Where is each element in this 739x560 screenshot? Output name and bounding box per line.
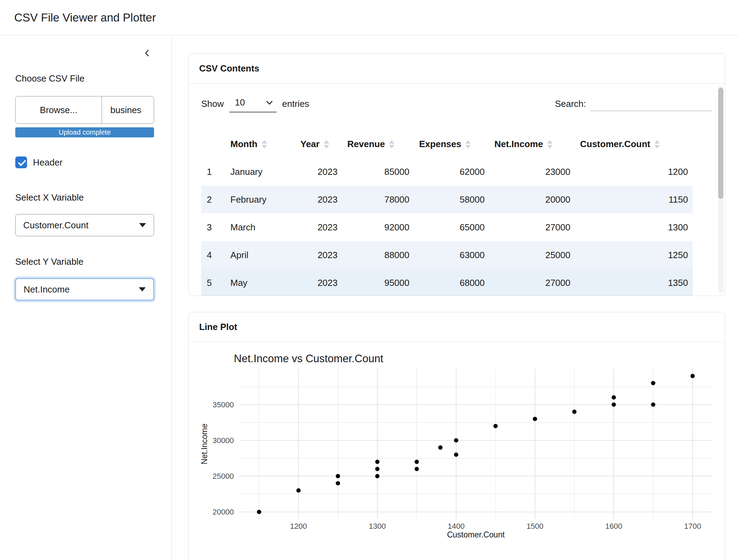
sort-icon[interactable] (262, 140, 267, 149)
file-name-field[interactable]: busines (102, 96, 154, 124)
upload-progress-bar: Upload complete (15, 127, 154, 137)
data-point (336, 481, 340, 485)
table-cell: 2023 (296, 213, 342, 241)
y-tick-label: 20000 (213, 508, 234, 516)
sort-icon[interactable] (389, 140, 394, 149)
data-point (612, 395, 616, 399)
sort-icon[interactable] (465, 140, 471, 149)
table-cell: 88000 (342, 241, 414, 269)
table-cell: 95000 (342, 269, 414, 296)
table-row[interactable]: 1January20238500062000230001200 (201, 158, 693, 186)
sort-icon[interactable] (547, 140, 553, 149)
header-checkbox-label: Header (33, 157, 62, 168)
data-point (296, 488, 300, 492)
data-point (651, 402, 655, 407)
column-label: Revenue (347, 139, 385, 150)
y-select-label: Select Y Variable (15, 256, 84, 267)
x-tick-label: 1200 (290, 522, 307, 531)
table-cell: 2023 (296, 241, 342, 269)
chevron-down-icon (139, 223, 146, 227)
csv-card-title: CSV Contents (189, 54, 725, 84)
data-point (651, 381, 655, 385)
chevron-down-icon (139, 287, 146, 291)
header-checkbox-row[interactable]: Header (15, 156, 62, 168)
csv-table-header-row: MonthYearRevenueExpensesNet.IncomeCustom… (201, 130, 693, 158)
table-cell: 25000 (490, 241, 575, 269)
table-cell: 20000 (490, 186, 575, 213)
sort-icon[interactable] (324, 140, 329, 149)
plot-card-title: Line Plot (189, 312, 725, 342)
scrollbar-thumb[interactable] (718, 88, 723, 199)
data-point (257, 510, 261, 514)
column-header-net-income[interactable]: Net.Income (490, 130, 575, 158)
column-header-month[interactable]: Month (226, 130, 296, 158)
y-variable-select[interactable]: Net.Income (15, 278, 154, 300)
sidebar-collapse-button[interactable]: ‹ (138, 43, 156, 61)
entries-label: entries (282, 99, 309, 109)
data-point (454, 452, 458, 457)
line-plot-card: Line Plot 200002500030000350001200130014… (188, 312, 725, 560)
table-cell: 1350 (575, 269, 693, 296)
table-cell: 68000 (414, 269, 490, 296)
search-input[interactable] (590, 96, 712, 111)
table-cell: May (226, 269, 296, 296)
y-axis-title: Net.Income (200, 424, 209, 465)
data-point (533, 417, 537, 421)
row-index-cell: 4 (201, 241, 226, 269)
table-cell: 65000 (414, 213, 490, 241)
table-cell: 85000 (342, 158, 414, 186)
table-cell: April (226, 241, 296, 269)
csv-table: MonthYearRevenueExpensesNet.IncomeCustom… (201, 130, 693, 296)
column-header-year[interactable]: Year (296, 130, 342, 158)
table-cell: 2023 (296, 186, 342, 213)
column-header-customer-count[interactable]: Customer.Count (575, 130, 693, 158)
sort-icon[interactable] (654, 140, 660, 149)
page-length-control: Show 10 entries (201, 95, 309, 112)
show-label: Show (201, 99, 224, 109)
csv-table-body: 1January202385000620002300012002February… (201, 158, 693, 296)
table-cell: 27000 (490, 213, 575, 241)
header-checkbox[interactable] (15, 156, 27, 168)
table-row[interactable]: 2February20237800058000200001150 (201, 186, 693, 213)
column-header-row-index[interactable] (201, 130, 226, 158)
table-cell: 92000 (342, 213, 414, 241)
x-tick-label: 1500 (526, 522, 543, 531)
table-cell: 1150 (575, 186, 693, 213)
y-tick-label: 25000 (213, 472, 234, 481)
browse-button[interactable]: Browse... (16, 96, 102, 124)
table-row[interactable]: 3March20239200065000270001300 (201, 213, 693, 241)
x-tick-label: 1400 (448, 522, 465, 531)
row-index-cell: 1 (201, 158, 226, 186)
csv-contents-card: CSV Contents Show 10 entries Search: (188, 53, 725, 296)
data-point (375, 474, 379, 478)
column-label: Net.Income (494, 139, 543, 150)
chevron-left-icon: ‹ (144, 44, 150, 60)
table-row[interactable]: 5May20239500068000270001350 (201, 269, 693, 296)
table-cell: 1200 (575, 158, 693, 186)
column-label: Month (230, 139, 257, 150)
data-point (454, 438, 458, 442)
table-cell: February (226, 186, 296, 213)
sidebar: ‹ Choose CSV File Browse... busines Uplo… (0, 36, 172, 560)
x-select-label: Select X Variable (15, 192, 84, 203)
plot-title: Net.Income vs Customer.Count (234, 353, 383, 365)
y-tick-label: 30000 (213, 436, 234, 445)
data-point (375, 460, 379, 464)
page-length-select[interactable]: 10 (229, 95, 277, 112)
scrollbar[interactable] (718, 86, 723, 293)
page-length-value: 10 (235, 97, 245, 108)
x-tick-label: 1600 (605, 522, 622, 531)
column-label: Customer.Count (580, 139, 650, 150)
scatter-plot: 2000025000300003500012001300140015001600… (189, 342, 725, 560)
table-cell: 63000 (414, 241, 490, 269)
table-cell: 1250 (575, 241, 693, 269)
data-point (612, 402, 616, 407)
column-header-expenses[interactable]: Expenses (414, 130, 490, 158)
table-row[interactable]: 4April20238800063000250001250 (201, 241, 693, 269)
file-input: Browse... busines (15, 96, 154, 124)
table-cell: 62000 (414, 158, 490, 186)
column-header-revenue[interactable]: Revenue (342, 130, 414, 158)
chevron-down-icon (266, 98, 272, 104)
x-variable-select[interactable]: Customer.Count (15, 214, 154, 236)
table-cell: 58000 (414, 186, 490, 213)
